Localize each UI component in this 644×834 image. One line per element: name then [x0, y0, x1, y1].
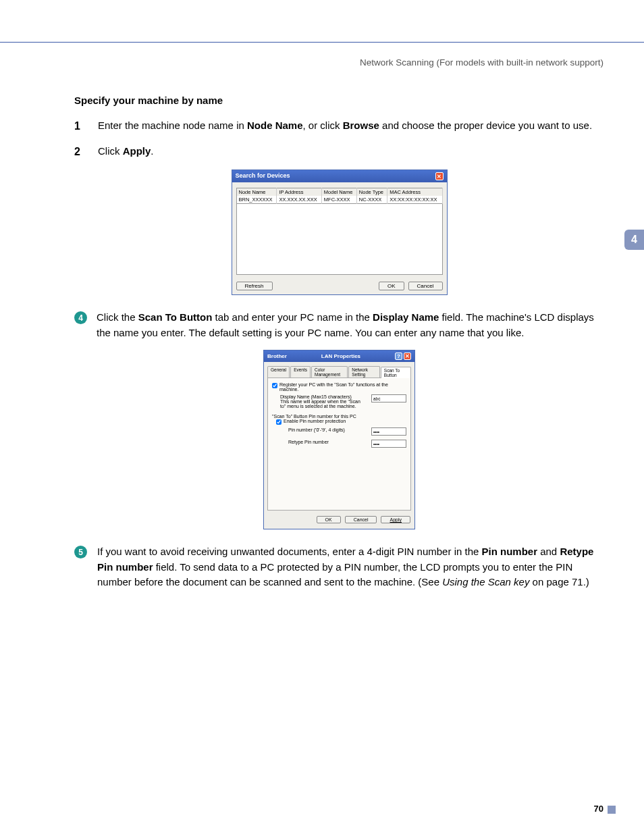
display-name-row: Display Name (Max15 characters) This nam…: [280, 394, 406, 409]
display-name-label: Display Name (Max15 characters) This nam…: [280, 394, 361, 409]
page-number: 70: [594, 804, 603, 814]
text: Click the: [97, 311, 138, 323]
top-rule: [0, 42, 644, 43]
enable-pin-row: Enable Pin number protection: [276, 419, 406, 425]
col-node-name[interactable]: Node Name: [236, 188, 277, 197]
step-text: Click the Scan To Button tab and enter y…: [97, 310, 604, 340]
tab-row: General Events Color Management Network …: [264, 362, 414, 377]
ok-button[interactable]: OK: [317, 516, 341, 523]
tab-color-management[interactable]: Color Management: [311, 366, 348, 377]
enable-pin-label: Enable Pin number protection: [284, 419, 346, 423]
italic-using-scan-key: Using the Scan key: [442, 576, 529, 588]
bold-scan-to-button: Scan To Button: [138, 311, 213, 323]
pin-number-row: Pin number ('0'-'9', 4 digits): [288, 427, 406, 436]
cell-mac: XX:XX:XX:XX:XX:XX: [387, 196, 442, 204]
step-1: 1 Enter the machine node name in Node Na…: [74, 118, 604, 134]
register-label: Register your PC with the "Scan To" func…: [279, 382, 406, 392]
dialog-titlebar: Brother LAN Properties ? ✕: [264, 350, 414, 362]
dialog-body: Node Name IP Address Model Name Node Typ…: [232, 182, 447, 294]
step-4: 4 Click the Scan To Button tab and enter…: [74, 310, 604, 340]
list-empty-area[interactable]: [236, 204, 443, 275]
content-area: Specify your machine by name 1 Enter the…: [74, 95, 604, 600]
cancel-button[interactable]: Cancel: [345, 516, 377, 523]
dialog-title: LAN Properties: [287, 353, 395, 359]
text: If you want to avoid receiving unwanted …: [97, 546, 482, 557]
cell-ip: XX.XXX.XX.XXX: [277, 196, 321, 204]
dialog-button-row: OK Cancel Apply: [264, 511, 414, 529]
panel-spacer: [272, 452, 406, 506]
tab-network-setting[interactable]: Network Setting: [348, 366, 380, 377]
close-icon[interactable]: ✕: [435, 172, 444, 180]
close-icon[interactable]: ✕: [404, 353, 411, 360]
pin-number-input[interactable]: [371, 427, 406, 436]
bold-display-name: Display Name: [373, 311, 439, 323]
register-checkbox-row: Register your PC with the "Scan To" func…: [272, 382, 406, 392]
side-chapter-tab: 4: [624, 230, 644, 250]
text: on page 71.): [529, 576, 589, 588]
col-model-name[interactable]: Model Name: [321, 188, 356, 197]
step-circle-4: 4: [74, 311, 87, 324]
dialog-button-row: Refresh OK Cancel: [236, 282, 443, 290]
bold-browse: Browse: [343, 120, 379, 131]
bold-node-name: Node Name: [247, 120, 303, 131]
search-devices-dialog: Search for Devices ✕ Node Name IP Addres…: [232, 170, 448, 295]
retype-pin-label: Retype Pin number: [288, 440, 329, 444]
dialog-titlebar: Search for Devices ✕: [232, 170, 447, 182]
tab-general[interactable]: General: [267, 366, 290, 377]
step-text: If you want to avoid receiving unwanted …: [97, 544, 604, 590]
devices-table: Node Name IP Address Model Name Node Typ…: [236, 188, 443, 204]
cell-node-name: BRN_XXXXXX: [236, 196, 277, 204]
cancel-button[interactable]: Cancel: [408, 282, 443, 290]
step-5: 5 If you want to avoid receiving unwante…: [74, 544, 604, 590]
text: tab and enter your PC name in the: [212, 311, 373, 323]
col-mac-address[interactable]: MAC Address: [387, 188, 442, 197]
step-number: 1: [74, 118, 98, 134]
pin-number-label: Pin number ('0'-'9', 4 digits): [288, 427, 345, 432]
step-text: Enter the machine node name in Node Name…: [98, 118, 604, 134]
text: Click: [98, 145, 123, 157]
refresh-button[interactable]: Refresh: [236, 282, 273, 290]
step-circle-5: 5: [74, 546, 87, 558]
text: and: [537, 546, 560, 557]
page-corner-tab: [608, 806, 616, 814]
lan-properties-dialog: Brother LAN Properties ? ✕ General Event…: [263, 350, 415, 529]
help-icon[interactable]: ?: [395, 353, 402, 360]
col-node-type[interactable]: Node Type: [356, 188, 387, 197]
tab-events[interactable]: Events: [290, 366, 311, 377]
page-header: Network Scanning (For models with built-…: [360, 57, 603, 68]
step-2: 2 Click Apply.: [74, 144, 604, 160]
register-checkbox[interactable]: [272, 383, 277, 388]
enable-pin-checkbox[interactable]: [276, 419, 281, 425]
table-header-row: Node Name IP Address Model Name Node Typ…: [236, 188, 442, 197]
text: .: [151, 145, 153, 157]
display-name-input[interactable]: [371, 394, 406, 402]
pin-section-label: "Scan To" Button Pin number for this PC: [272, 414, 406, 419]
dialog-title: Search for Devices: [236, 172, 290, 180]
table-row[interactable]: BRN_XXXXXX XX.XXX.XX.XXX MFC-XXXX NC-XXX…: [236, 196, 442, 204]
text: Enter the machine node name in: [98, 120, 247, 131]
text: , or click: [303, 120, 343, 131]
section-title: Specify your machine by name: [74, 95, 604, 106]
text: and choose the proper device you want to…: [379, 120, 592, 131]
retype-pin-input[interactable]: [371, 440, 406, 448]
apply-button[interactable]: Apply: [381, 516, 410, 523]
ok-button[interactable]: OK: [379, 282, 404, 290]
bold-pin-number: Pin number: [482, 546, 538, 557]
cell-model: MFC-XXXX: [321, 196, 356, 204]
brand-label: Brother: [267, 353, 287, 359]
retype-pin-row: Retype Pin number: [288, 440, 406, 448]
cell-type: NC-XXXX: [356, 196, 387, 204]
step-text: Click Apply.: [98, 144, 604, 160]
tab-panel: Register your PC with the "Scan To" func…: [267, 377, 411, 511]
step-number: 2: [74, 144, 98, 160]
bold-apply: Apply: [123, 145, 151, 157]
tab-scan-to-button[interactable]: Scan To Button: [381, 367, 411, 378]
col-ip-address[interactable]: IP Address: [277, 188, 321, 197]
apply-label: Apply: [390, 517, 402, 522]
